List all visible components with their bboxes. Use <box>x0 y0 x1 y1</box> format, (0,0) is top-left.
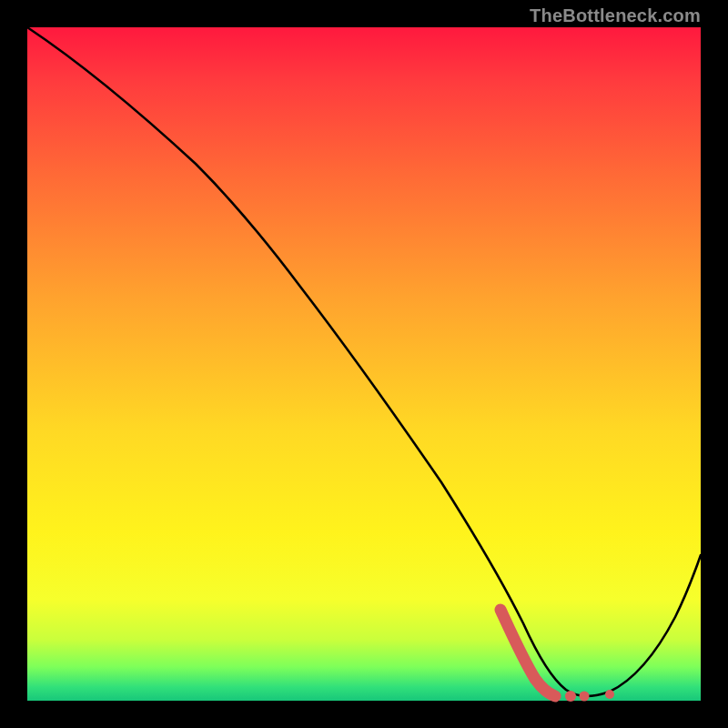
bottleneck-curve <box>27 27 701 696</box>
chart-frame: TheBottleneck.com <box>0 0 728 728</box>
svg-point-2 <box>605 690 614 699</box>
chart-overlay <box>27 27 701 701</box>
watermark-text: TheBottleneck.com <box>530 5 701 26</box>
optimal-region-segment <box>500 610 555 696</box>
plot-area <box>27 27 701 701</box>
svg-point-1 <box>580 692 590 702</box>
svg-point-0 <box>565 691 576 702</box>
